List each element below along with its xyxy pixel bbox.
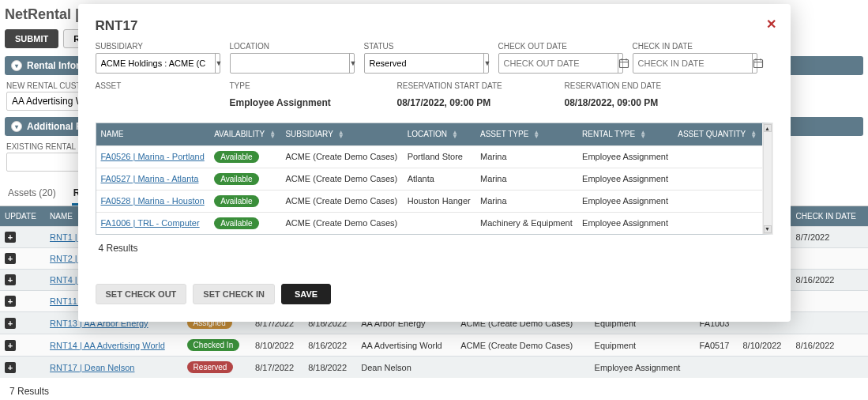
subsidiary-value[interactable]	[96, 54, 215, 73]
close-icon[interactable]: ✕	[766, 17, 776, 32]
checkout-label: CHECK OUT DATE	[498, 42, 623, 51]
col-location[interactable]: LOCATION▲▼	[403, 123, 475, 145]
cell: Houston Hanger	[403, 190, 475, 212]
status-value[interactable]	[365, 54, 483, 73]
checkin-date-input[interactable]	[633, 53, 757, 74]
col-subsidiary[interactable]: SUBSIDIARY▲▼	[280, 123, 402, 145]
res-end-label: RESERVATION END DATE	[565, 81, 723, 90]
cell: ACME (Create Demo Cases)	[280, 212, 402, 234]
calendar-icon[interactable]	[752, 54, 764, 73]
cell: Atlanta	[403, 168, 475, 190]
cell: Employee Assignment	[577, 212, 673, 234]
res-end-value: 08/18/2022, 09:00 PM	[565, 92, 723, 108]
cell: Portland Store	[403, 145, 475, 168]
cell: Employee Assignment	[577, 168, 673, 190]
subsidiary-label: SUBSIDIARY	[96, 42, 220, 51]
set-checkout-button[interactable]: SET CHECK OUT	[96, 284, 187, 304]
asset-link[interactable]: FA0526 | Marina - Portland	[101, 152, 205, 161]
scroll-down-icon[interactable]: ▼	[764, 225, 772, 233]
cell: ACME (Create Demo Cases)	[280, 168, 402, 190]
scrollbar[interactable]: ▲ ▼	[763, 123, 772, 234]
asset-link[interactable]: FA0528 | Marina - Houston	[101, 196, 205, 206]
chevron-down-icon[interactable]: ▼	[483, 54, 491, 73]
status-select[interactable]: ▼	[364, 53, 489, 74]
save-button[interactable]: SAVE	[281, 284, 331, 304]
col-name[interactable]: NAME	[96, 123, 210, 145]
svg-rect-0	[619, 60, 628, 68]
checkout-date-input[interactable]	[498, 53, 623, 74]
cell: Employee Assignment	[577, 145, 673, 168]
checkout-date-field[interactable]	[499, 54, 618, 73]
asset-label: ASSET	[96, 81, 220, 90]
modal-title: RNT17	[96, 18, 773, 34]
cell: Machinery & Equipment	[475, 212, 577, 234]
res-start-label: RESERVATION START DATE	[397, 81, 555, 90]
table-row[interactable]: FA1006 | TRL - ComputerAvailableACME (Cr…	[96, 212, 762, 234]
asset-link[interactable]: FA0527 | Marina - Atlanta	[101, 174, 199, 183]
table-row[interactable]: FA0528 | Marina - HoustonAvailableACME (…	[96, 190, 762, 212]
table-row[interactable]: FA0527 | Marina - AtlantaAvailableACME (…	[96, 168, 762, 190]
type-value: Employee Assignment	[230, 92, 388, 108]
cell	[673, 190, 761, 212]
col-availability[interactable]: AVAILABILITY▲▼	[209, 123, 280, 145]
type-label: TYPE	[230, 81, 388, 90]
modal-results-count: 4 Results	[96, 235, 773, 262]
checkin-date-field[interactable]	[633, 54, 752, 73]
cell: ACME (Create Demo Cases)	[280, 190, 402, 212]
availability-badge: Available	[214, 173, 258, 185]
col-asset-type[interactable]: ASSET TYPE▲▼	[475, 123, 577, 145]
cell	[403, 212, 475, 234]
col-rental-type[interactable]: RENTAL TYPE▲▼	[577, 123, 673, 145]
availability-badge: Available	[214, 151, 258, 163]
chevron-down-icon[interactable]: ▼	[215, 54, 223, 73]
cell	[673, 168, 761, 190]
cell	[673, 145, 761, 168]
status-label: STATUS	[364, 42, 489, 51]
svg-rect-4	[753, 60, 762, 68]
calendar-icon[interactable]	[618, 54, 629, 73]
cell: Employee Assignment	[577, 190, 673, 212]
availability-badge: Available	[214, 195, 258, 207]
asset-link[interactable]: FA1006 | TRL - Computer	[101, 218, 200, 228]
rental-modal: RNT17 ✕ SUBSIDIARY ▼ LOCATION ▼ STATUS	[78, 4, 791, 322]
asset-value	[96, 92, 220, 97]
table-row[interactable]: FA0526 | Marina - PortlandAvailableACME …	[96, 145, 762, 168]
cell: Marina	[475, 190, 577, 212]
location-select[interactable]: ▼	[230, 53, 355, 74]
chevron-down-icon[interactable]: ▼	[349, 54, 357, 73]
col-asset-qty[interactable]: ASSET QUANTITY▲▼	[673, 123, 761, 145]
res-start-value: 08/17/2022, 09:00 PM	[397, 92, 555, 108]
location-label: LOCATION	[230, 42, 355, 51]
scroll-up-icon[interactable]: ▲	[764, 124, 772, 132]
location-value[interactable]	[231, 54, 349, 73]
cell: Marina	[475, 168, 577, 190]
checkin-label: CHECK IN DATE	[633, 42, 757, 51]
cell: Marina	[475, 145, 577, 168]
subsidiary-select[interactable]: ▼	[96, 53, 220, 74]
cell	[673, 212, 761, 234]
availability-badge: Available	[214, 217, 258, 229]
cell: ACME (Create Demo Cases)	[280, 145, 402, 168]
set-checkin-button[interactable]: SET CHECK IN	[193, 284, 275, 304]
